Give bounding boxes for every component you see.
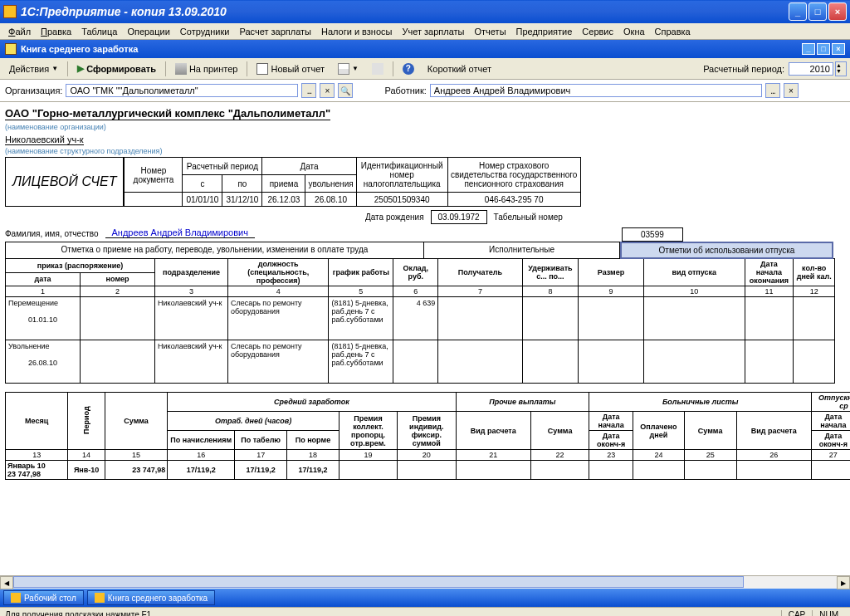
brush-icon	[372, 63, 383, 75]
dept-note: (наименование структурного подразделения…	[5, 147, 162, 155]
menu-service[interactable]: Сервис	[577, 25, 618, 38]
search-icon: 🔍	[340, 86, 350, 95]
menu-employees[interactable]: Сотрудники	[175, 25, 235, 38]
detail-table: приказ (распоряжение) подразделение долж…	[5, 258, 835, 384]
fio-label: Фамилия, имя, отчество	[5, 229, 99, 238]
menu-operations[interactable]: Операции	[122, 25, 174, 38]
menu-help[interactable]: Справка	[650, 25, 696, 38]
header-table: Номер документа Расчетный период Дата Ид…	[124, 157, 580, 207]
subwin-close-button[interactable]: ×	[832, 43, 845, 55]
filterbar: Организация: ... × 🔍 Работник: ... ×	[0, 80, 850, 102]
tabnum-label: Табельный номер	[491, 211, 566, 223]
fio-value: Андреев Андрей Владимирович	[105, 227, 255, 238]
toolbar: Действия▼ ▶Сформировать На принтер Новый…	[0, 58, 850, 80]
subwin-maximize-button[interactable]: □	[817, 43, 830, 55]
period-input[interactable]	[789, 62, 833, 76]
tabnum-value: 03599	[622, 227, 683, 242]
horizontal-scrollbar[interactable]: ◀ ▶	[0, 575, 850, 589]
menu-table[interactable]: Таблица	[76, 25, 122, 38]
emp-clear-button[interactable]: ×	[784, 83, 799, 98]
minimize-button[interactable]: _	[789, 2, 807, 21]
status-cap: CAP	[781, 610, 813, 616]
statusbar: Для получения подсказки нажмите F1 CAP N…	[0, 607, 850, 616]
org-label: Организация:	[5, 86, 62, 95]
emp-label: Работник:	[384, 86, 426, 95]
org-note: (наименование организации)	[5, 123, 106, 131]
desktop-icon	[11, 593, 21, 603]
report-area[interactable]: ОАО "Горно-металлургический комплекс "Да…	[0, 102, 850, 575]
copy-icon	[338, 63, 349, 75]
taskbar: Рабочий стол Книга среднего заработка	[0, 589, 850, 607]
scroll-track[interactable]	[13, 576, 837, 589]
dept-name: Николаевский уч-к	[5, 134, 84, 145]
maximize-button[interactable]: □	[808, 2, 827, 21]
document-icon	[5, 43, 17, 55]
scroll-thumb[interactable]	[13, 576, 744, 588]
actions-dropdown[interactable]: Действия▼	[3, 61, 64, 76]
menu-taxes[interactable]: Налоги и взносы	[316, 25, 398, 38]
subwindow-titlebar: Книга среднего заработка _ □ ×	[0, 40, 850, 58]
emp-input[interactable]	[430, 84, 762, 97]
period-stepper[interactable]: ▲▼	[835, 61, 847, 76]
brush-button[interactable]	[366, 61, 389, 77]
scroll-left-button[interactable]: ◀	[0, 576, 13, 589]
periods-table: Месяц Период Сумма Средний заработок Про…	[5, 392, 850, 480]
org-search-button[interactable]: 🔍	[338, 83, 353, 98]
window-titlebar: 1С:Предприятие - копия 13.09.2010 _ □ ×	[0, 0, 850, 23]
short-report-button[interactable]: Короткий отчет	[422, 61, 497, 76]
taskbar-desktop[interactable]: Рабочий стол	[3, 590, 84, 605]
section-hire: Отметка о приеме на работу, переводе, ув…	[5, 242, 424, 259]
help-icon: ?	[403, 63, 414, 75]
scroll-right-button[interactable]: ▶	[837, 576, 850, 589]
new-report-button[interactable]: Новый отчет	[251, 61, 330, 77]
org-clear-button[interactable]: ×	[320, 83, 335, 98]
subwin-minimize-button[interactable]: _	[802, 43, 815, 55]
form-button[interactable]: ▶Сформировать	[71, 61, 162, 76]
menubar: Файл Правка Таблица Операции Сотрудники …	[0, 23, 850, 40]
new-report-icon	[256, 63, 268, 75]
menu-salary[interactable]: Расчет зарплаты	[234, 25, 316, 38]
birth-label: Дата рождения	[362, 211, 427, 223]
help-button[interactable]: ?	[397, 61, 420, 77]
menu-enterprise[interactable]: Предприятие	[511, 25, 578, 38]
close-button[interactable]: ×	[828, 2, 847, 21]
section-vacation[interactable]: Отметки об использовании отпуска	[620, 242, 833, 259]
menu-file[interactable]: Файл	[3, 25, 36, 38]
menu-reports[interactable]: Отчеты	[470, 25, 511, 38]
window-title: 1С:Предприятие - копия 13.09.2010	[21, 5, 787, 18]
menu-windows[interactable]: Окна	[618, 25, 650, 38]
subwindow-title: Книга среднего заработка	[21, 44, 138, 54]
org-full-name: ОАО "Горно-металлургический комплекс "Да…	[5, 107, 330, 120]
taskbar-book[interactable]: Книга среднего заработка	[87, 590, 215, 605]
status-hint: Для получения подсказки нажмите F1	[5, 610, 151, 616]
status-num: NUM	[812, 610, 845, 616]
menu-edit[interactable]: Правка	[36, 25, 76, 38]
birth-value: 03.09.1972	[431, 210, 487, 224]
copy-button[interactable]: ▼	[332, 61, 364, 77]
book-icon	[95, 593, 105, 603]
emp-select-button[interactable]: ...	[765, 83, 780, 98]
org-input[interactable]	[66, 84, 298, 97]
section-exec: Исполнительные	[424, 242, 620, 259]
print-button[interactable]: На принтер	[169, 61, 244, 77]
org-select-button[interactable]: ...	[301, 83, 316, 98]
form-title: ЛИЦЕВОЙ СЧЕТ	[5, 157, 124, 207]
app-icon	[3, 5, 17, 18]
printer-icon	[175, 63, 187, 75]
period-label: Расчетный период:	[701, 64, 787, 74]
menu-accounting[interactable]: Учет зарплаты	[397, 25, 469, 38]
